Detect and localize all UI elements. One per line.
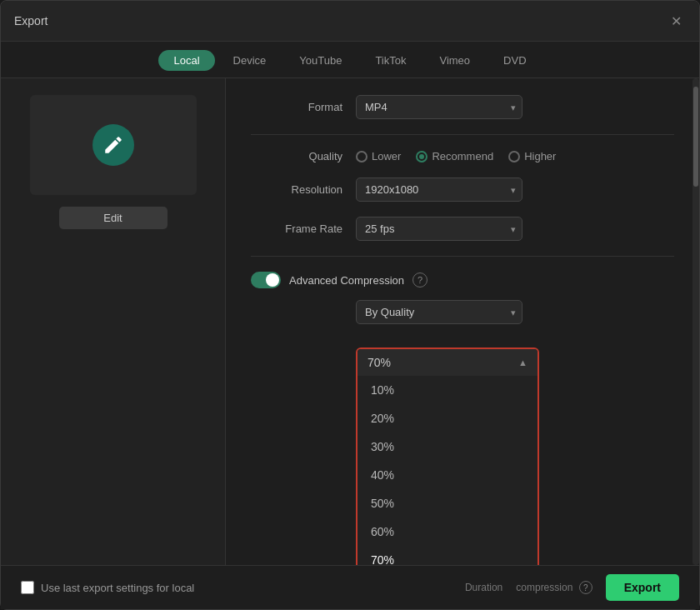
quality-lower[interactable]: Lower xyxy=(356,150,401,162)
quality-dropdown-selected-value: 70% xyxy=(368,356,391,369)
edit-button[interactable]: Edit xyxy=(59,207,168,229)
divider-2 xyxy=(251,256,674,257)
scrollbar-track xyxy=(692,78,699,565)
quality-dropdown-container: 70% ▲ 10% 20% 30% 40% 50% 60% 70% 80% 90… xyxy=(356,348,539,565)
format-select-wrap: MP4 ▾ xyxy=(356,95,522,119)
compression-help-icon[interactable]: ? xyxy=(579,581,592,594)
resolution-label: Resolution xyxy=(251,183,342,196)
framerate-select-wrap: 25 fps ▾ xyxy=(356,217,522,241)
use-last-settings-checkbox[interactable] xyxy=(21,581,34,594)
preview-box xyxy=(30,95,197,195)
advanced-help-icon[interactable]: ? xyxy=(412,272,428,288)
advanced-compression-toggle[interactable] xyxy=(251,272,281,288)
quality-dropdown-selected[interactable]: 70% ▲ xyxy=(358,349,538,376)
format-row: Format MP4 ▾ xyxy=(251,95,674,119)
scrollbar-thumb[interactable] xyxy=(693,87,698,187)
quality-options: Lower Recommend Higher xyxy=(356,150,556,162)
resolution-select[interactable]: 1920x1080 xyxy=(356,178,522,202)
compression-label: compression xyxy=(516,582,572,593)
resolution-select-wrap: 1920x1080 ▾ xyxy=(356,178,522,202)
dropdown-item-60[interactable]: 60% xyxy=(358,518,538,546)
dropdown-item-40[interactable]: 40% xyxy=(358,461,538,489)
title-bar: Export ✕ xyxy=(1,1,699,42)
radio-recommend xyxy=(416,151,428,162)
export-dialog: Export ✕ Local Device YouTube TikTok Vim… xyxy=(0,0,700,610)
dialog-title: Export xyxy=(14,14,48,28)
dropdown-item-50[interactable]: 50% xyxy=(358,489,538,518)
quality-dropdown-wrapper: 70% ▲ 10% 20% 30% 40% 50% 60% 70% 80% 90… xyxy=(356,348,674,565)
framerate-row: Frame Rate 25 fps ▾ xyxy=(251,217,674,241)
tab-tiktok[interactable]: TikTok xyxy=(360,50,421,71)
quality-recommend-label: Recommend xyxy=(432,150,493,162)
quality-dropdown-list: 10% 20% 30% 40% 50% 60% 70% 80% 90% xyxy=(358,376,538,565)
left-panel: Edit xyxy=(1,78,226,565)
format-select[interactable]: MP4 xyxy=(356,95,522,119)
chevron-up-icon: ▲ xyxy=(518,358,528,368)
by-quality-select[interactable]: By Quality xyxy=(356,300,522,324)
dropdown-item-10[interactable]: 10% xyxy=(358,376,538,404)
footer-compression-info: compression ? xyxy=(516,581,592,594)
tab-youtube[interactable]: YouTube xyxy=(284,50,357,71)
quality-label: Quality xyxy=(251,150,342,162)
framerate-select[interactable]: 25 fps xyxy=(356,217,522,241)
duration-label: Duration xyxy=(465,582,502,593)
tab-dvd[interactable]: DVD xyxy=(488,50,541,71)
dropdown-item-70[interactable]: 70% xyxy=(358,546,538,565)
use-last-settings-label: Use last export settings for local xyxy=(41,582,194,594)
tab-device[interactable]: Device xyxy=(218,50,282,71)
close-button[interactable]: ✕ xyxy=(666,11,686,31)
quality-higher-label: Higher xyxy=(524,150,556,162)
footer: Use last export settings for local Durat… xyxy=(1,565,699,609)
resolution-row: Resolution 1920x1080 ▾ xyxy=(251,178,674,202)
by-quality-row: By Quality ▾ xyxy=(356,300,674,336)
tab-vimeo[interactable]: Vimeo xyxy=(424,50,485,71)
advanced-compression-row: Advanced Compression ? xyxy=(251,272,674,288)
footer-duration-info: Duration xyxy=(465,582,502,593)
divider-1 xyxy=(251,134,674,135)
quality-higher[interactable]: Higher xyxy=(508,150,556,162)
dropdown-item-30[interactable]: 30% xyxy=(358,432,538,461)
footer-left: Use last export settings for local xyxy=(21,581,194,594)
quality-recommend[interactable]: Recommend xyxy=(416,150,493,162)
radio-higher xyxy=(508,151,520,162)
quality-row: Quality Lower Recommend Higher xyxy=(251,150,674,162)
framerate-label: Frame Rate xyxy=(251,222,342,235)
export-button[interactable]: Export xyxy=(606,574,679,601)
right-panel: Format MP4 ▾ Quality Lower xyxy=(226,78,699,565)
tabs-row: Local Device YouTube TikTok Vimeo DVD xyxy=(1,42,699,78)
advanced-compression-label: Advanced Compression xyxy=(289,274,404,287)
format-label: Format xyxy=(251,101,342,113)
dialog-body: Edit Format MP4 ▾ Quality xyxy=(1,78,699,565)
dropdown-item-20[interactable]: 20% xyxy=(358,404,538,432)
preview-icon xyxy=(92,124,134,166)
radio-lower xyxy=(356,151,368,162)
by-quality-select-wrap: By Quality ▾ xyxy=(356,300,522,324)
footer-right: Duration compression ? Export xyxy=(465,574,679,601)
quality-lower-label: Lower xyxy=(372,150,401,162)
tab-local[interactable]: Local xyxy=(158,50,214,71)
